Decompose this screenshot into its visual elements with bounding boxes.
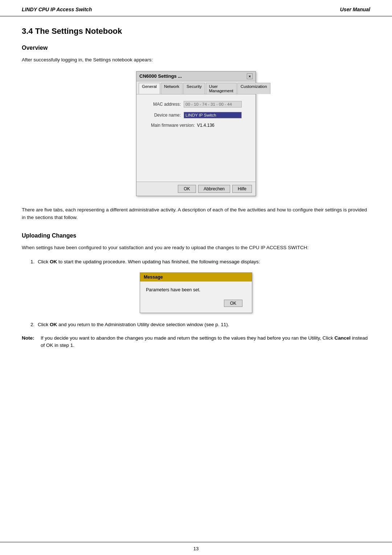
settings-dialog: CN6000 Settings ... × General Network Se…	[136, 71, 256, 196]
ok-button[interactable]: OK	[178, 185, 196, 193]
message-titlebar: Message	[140, 273, 252, 281]
cancel-button[interactable]: Abbrechen	[198, 185, 230, 193]
message-dialog: Message Parameters have been set. OK	[140, 272, 252, 313]
step-2-post: and you return to the Administration Uti…	[57, 322, 229, 327]
dialog-footer: OK Abbrechen Hilfe	[136, 182, 256, 196]
page-header: LINDY CPU IP Access Switch User Manual	[0, 0, 392, 16]
dialog-tabs: General Network Security User Management…	[136, 81, 256, 94]
step-2-text: Click OK and you return to the Administr…	[38, 321, 229, 329]
steps-list-2: 2. Click OK and you return to the Admini…	[22, 321, 370, 329]
note-bold: Cancel	[335, 335, 351, 341]
tab-customization[interactable]: Customization	[237, 83, 270, 94]
tab-general[interactable]: General	[139, 83, 160, 94]
device-input[interactable]: LINDY IP Switch	[184, 112, 242, 118]
dialog-wrapper: CN6000 Settings ... × General Network Se…	[22, 71, 370, 196]
step-1-text: Click OK to start the updating procedure…	[38, 258, 260, 266]
message-footer: OK	[146, 297, 246, 309]
message-ok-button[interactable]: OK	[224, 300, 242, 307]
close-button[interactable]: ×	[247, 73, 253, 79]
note-label: Note:	[22, 335, 41, 342]
uploading-section: Uploading Changes When settings have bee…	[22, 232, 370, 350]
dialog-titlebar: CN6000 Settings ... ×	[136, 72, 256, 81]
tab-user-management[interactable]: User Management	[206, 83, 237, 94]
page-content: 3.4 The Settings Notebook Overview After…	[0, 16, 392, 360]
uploading-intro: When settings have been configured to yo…	[22, 244, 370, 252]
message-text: Parameters have been set.	[146, 287, 246, 292]
firmware-row: Main firmware version: V1.4.136	[144, 123, 248, 128]
description-text: There are five tabs, each representing a…	[22, 206, 370, 222]
note-pre: If you decide you want to abandon the ch…	[41, 335, 335, 341]
overview-intro: After successfully logging in, the Setti…	[22, 56, 370, 64]
step-2-bold: OK	[50, 322, 57, 327]
note-block: Note: If you decide you want to abandon …	[22, 335, 370, 350]
firmware-value: V1.4.136	[197, 123, 215, 128]
uploading-subtitle: Uploading Changes	[22, 232, 370, 239]
device-label: Device name:	[144, 113, 184, 118]
mac-input: 00 - 10 - 74 - 31 - 00 - 44	[184, 101, 242, 108]
tab-security[interactable]: Security	[183, 83, 205, 94]
note-text: If you decide you want to abandon the ch…	[41, 335, 370, 350]
header-left: LINDY CPU IP Access Switch	[22, 7, 92, 12]
step-1: 1. Click OK to start the updating proced…	[22, 258, 370, 266]
page-footer: 13	[0, 542, 392, 555]
device-row: Device name: LINDY IP Switch	[144, 112, 248, 118]
firmware-label: Main firmware version:	[151, 123, 197, 128]
tab-network[interactable]: Network	[161, 83, 183, 94]
mac-label: MAC address:	[144, 102, 184, 107]
message-dialog-wrapper: Message Parameters have been set. OK	[22, 272, 370, 313]
steps-list: 1. Click OK to start the updating proced…	[22, 258, 370, 266]
message-body: Parameters have been set. OK	[140, 281, 252, 313]
page-number: 13	[193, 546, 199, 551]
step-2-number: 2.	[22, 321, 38, 329]
dialog-body: MAC address: 00 - 10 - 74 - 31 - 00 - 44…	[136, 94, 256, 182]
step-2: 2. Click OK and you return to the Admini…	[22, 321, 370, 329]
mac-row: MAC address: 00 - 10 - 74 - 31 - 00 - 44	[144, 101, 248, 108]
dialog-title: CN6000 Settings ...	[139, 73, 182, 79]
step-1-post: to start the updating procedure. When up…	[57, 259, 260, 264]
help-button[interactable]: Hilfe	[232, 185, 252, 193]
step-1-bold: OK	[50, 259, 57, 264]
section-title: 3.4 The Settings Notebook	[22, 27, 370, 36]
header-right: User Manual	[340, 7, 370, 12]
overview-subtitle: Overview	[22, 45, 370, 51]
step-1-number: 1.	[22, 258, 38, 266]
